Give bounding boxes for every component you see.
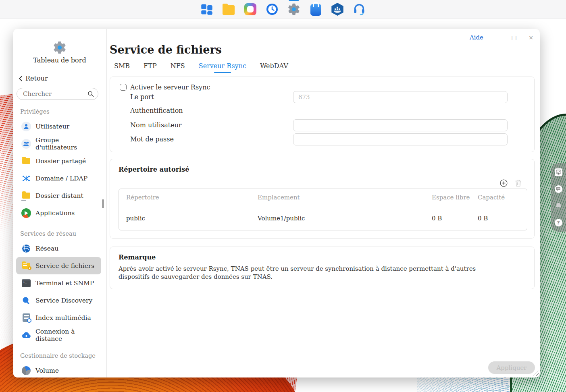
control-panel-window: Aide – □ × Tableau de bord Retour	[13, 29, 540, 377]
note-card: Remarque Après avoir activé le serveur R…	[110, 247, 535, 289]
cell-emplacement: Volume1/public	[258, 215, 432, 222]
sidebar-item-terminal-snmp[interactable]: Terminal et SNMP	[16, 274, 101, 292]
sidebar-item-index-multimedia[interactable]: Index multimédia	[16, 309, 101, 326]
discovery-magnifier-icon	[21, 296, 31, 305]
sidebar-item-label: Dossier partagé	[35, 158, 86, 165]
authorized-directory-card: Répertoire autorisé Répertoire Emplaceme…	[110, 159, 535, 239]
time-machine-icon[interactable]	[265, 2, 279, 16]
active-app-indicator	[289, 0, 299, 1]
gear-glyph	[287, 2, 301, 16]
col-capacite: Capacité	[478, 194, 527, 201]
search-icon[interactable]	[87, 91, 94, 97]
trash-icon	[515, 179, 522, 187]
sidebar-item-label: Dossier distant	[35, 192, 83, 199]
grid-glyph	[201, 3, 213, 15]
docker-icon[interactable]	[331, 2, 344, 16]
rsync-settings-card: Activer le serveur Rsync Le port Authent…	[110, 77, 535, 152]
sidebar-item-reseau[interactable]: Réseau	[16, 240, 101, 257]
sidebar-item-label: Utilisateur	[35, 123, 69, 130]
notification-bell-icon[interactable]	[555, 202, 562, 209]
sidebar-item-utilisateur[interactable]: Utilisateur	[16, 118, 101, 135]
section-services-reseau: Services de réseau	[13, 228, 106, 240]
clock-glyph	[266, 3, 279, 16]
desktop-grid-icon[interactable]	[200, 2, 214, 16]
help-link[interactable]: Aide	[470, 34, 483, 41]
sidebar-search	[17, 88, 98, 100]
user-icon	[21, 122, 31, 131]
table-row[interactable]: public Volume1/public 0 B 0 B	[119, 206, 527, 230]
table-header-row: Répertoire Emplacement Espace libre Capa…	[119, 189, 527, 206]
terminal-icon	[21, 278, 31, 288]
photos-icon[interactable]	[243, 2, 257, 16]
file-manager-icon[interactable]	[222, 2, 235, 16]
user-group-icon	[21, 139, 31, 149]
tab-nfs[interactable]: NFS	[171, 62, 185, 73]
sidebar-scrollbar-thumb[interactable]	[102, 199, 104, 208]
sidebar-item-service-de-fichiers[interactable]: Service de fichiers	[16, 257, 101, 274]
feedback-chat-icon[interactable]	[555, 185, 562, 193]
port-input[interactable]	[293, 91, 508, 103]
sidebar-item-service-discovery[interactable]: Service Discovery	[16, 292, 101, 309]
tab-serveur-rsync[interactable]: Serveur Rsync	[199, 62, 246, 73]
page-title: Service de fichiers	[110, 44, 222, 56]
photos-glyph	[244, 3, 256, 15]
sidebar-item-label: Applications	[35, 209, 75, 217]
delete-directory-button[interactable]	[514, 179, 522, 187]
port-label: Le port	[130, 93, 154, 101]
domain-ldap-icon	[21, 174, 31, 183]
sidebar-item-label: Réseau	[35, 245, 58, 252]
authentication-label: Authentification	[130, 107, 183, 114]
username-input[interactable]	[293, 119, 508, 131]
help-question-icon[interactable]: ?	[555, 219, 562, 226]
sidebar-item-domaine-ldap[interactable]: Domaine / LDAP	[16, 170, 101, 187]
network-globe-icon	[21, 244, 31, 253]
cell-repertoire: public	[126, 215, 258, 222]
enable-rsync-checkbox[interactable]	[120, 84, 127, 91]
directory-table: Répertoire Emplacement Espace libre Capa…	[119, 189, 527, 230]
minimize-button[interactable]: –	[494, 34, 500, 41]
apply-button[interactable]: Appliquer	[488, 361, 535, 374]
sidebar-item-groupe-utilisateurs[interactable]: Groupe d'utilisateurs	[16, 135, 101, 152]
search-input[interactable]	[22, 90, 87, 98]
remote-cloud-icon	[21, 330, 31, 340]
control-panel-icon[interactable]	[287, 2, 301, 16]
maximize-button[interactable]: □	[511, 34, 517, 41]
section-gestionnaire-stockage: Gestionnaire de stockage	[13, 350, 106, 362]
resize-handle[interactable]	[533, 371, 539, 376]
resource-monitor-icon[interactable]	[555, 168, 562, 176]
sidebar-item-dossier-partage[interactable]: Dossier partagé	[16, 152, 101, 170]
cell-capacite: 0 B	[478, 215, 527, 222]
support-headset-icon[interactable]	[352, 2, 366, 16]
tab-smb[interactable]: SMB	[114, 62, 130, 73]
shared-folder-icon	[21, 156, 31, 166]
chevron-left-icon	[18, 76, 23, 81]
remote-folder-icon	[21, 191, 31, 201]
close-button[interactable]: ×	[528, 34, 534, 41]
tab-bar: SMB FTP NFS Serveur Rsync WebDAV	[114, 62, 288, 73]
volume-pie-icon	[21, 366, 31, 375]
sidebar-item-volume[interactable]: Volume	[16, 362, 101, 379]
note-body: Après avoir activé le serveur Rsync, TNA…	[119, 265, 496, 281]
sidebar-item-label: Service de fichiers	[35, 262, 94, 270]
shopping-bag-glyph	[310, 4, 321, 16]
section-privileges: Privilèges	[13, 106, 106, 118]
sidebar-item-applications[interactable]: Applications	[16, 204, 101, 222]
sidebar-item-connexion-distance[interactable]: Connexion à distance	[16, 326, 101, 344]
col-espace-libre: Espace libre	[432, 194, 478, 201]
tab-ftp[interactable]: FTP	[144, 62, 157, 73]
dashboard-gear-icon[interactable]	[52, 40, 67, 55]
username-label: Nom utilisateur	[130, 121, 182, 129]
plus-circle-icon	[500, 179, 508, 187]
docker-hexagon-glyph	[331, 3, 344, 16]
back-button[interactable]: Retour	[18, 75, 48, 82]
add-directory-button[interactable]	[499, 179, 508, 187]
sidebar-item-label: Index multimédia	[35, 314, 91, 321]
sidebar-item-dossier-distant[interactable]: Dossier distant	[16, 187, 101, 204]
tab-webdav[interactable]: WebDAV	[260, 62, 288, 73]
sidebar-item-label: Connexion à distance	[35, 328, 101, 342]
headset-glyph	[353, 3, 366, 16]
media-index-icon	[21, 313, 31, 323]
app-center-icon[interactable]	[309, 2, 323, 16]
folder-glyph	[223, 5, 235, 15]
password-input[interactable]	[293, 133, 508, 145]
